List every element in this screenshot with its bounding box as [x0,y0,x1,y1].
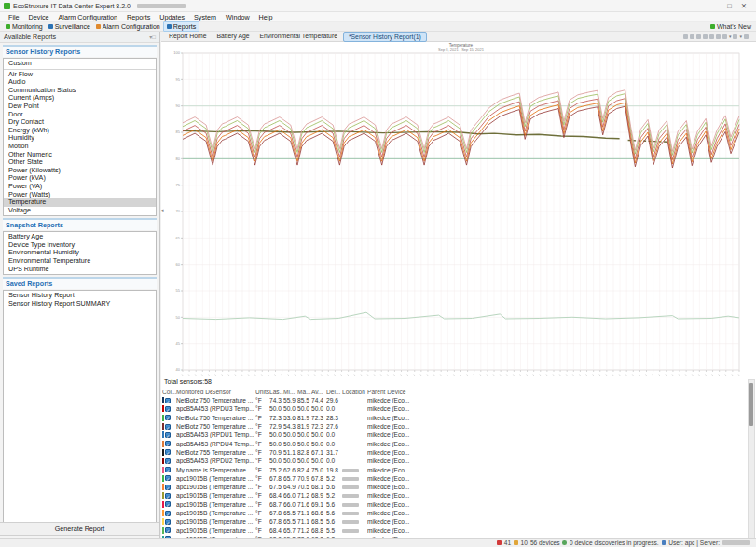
table-row[interactable]: ✓My name is Si...Temperature ...°F75.262… [162,465,740,473]
sidebar-item-dew-point[interactable]: Dew Point [4,103,156,111]
table-row[interactable]: ✓NetBotz 750 ...Temperature ...°F72.353.… [162,414,740,422]
splitter-collapse-icon[interactable]: ◂ [161,207,164,212]
column-header-col[interactable]: Col... [162,389,176,395]
generate-report-button[interactable]: Generate Report [0,522,159,536]
column-header-av[interactable]: Av... [311,389,326,395]
close-button-icon[interactable]: ✕ [741,3,747,9]
sidebar-item-humidity[interactable]: Humidity [4,134,156,143]
print-icon[interactable] [744,34,749,39]
row-checkbox[interactable]: ✓ [165,475,171,481]
row-checkbox[interactable]: ✓ [165,398,171,403]
save-icon[interactable] [733,34,737,39]
sidebar-item-ups-runtime[interactable]: UPS Runtime [4,266,156,274]
sidebar-item-communication-status[interactable]: Communication Status [4,87,156,95]
menu-file[interactable]: File [4,13,24,21]
table-row[interactable]: ✓NetBotz 755 ...Temperature ...°F70.951.… [162,448,740,457]
table-row[interactable]: ✓apcB5A453 (1...RPDU4 Temp...°F50.050.05… [162,439,740,447]
column-header-ma[interactable]: Ma... [297,389,311,395]
pan-icon[interactable] [709,34,714,39]
zoom-in-icon[interactable] [696,34,701,39]
tab-battery-age[interactable]: Battery Age [212,32,254,41]
sidebar-item-environmental-humidity[interactable]: Environmental Humidity [4,249,156,257]
row-checkbox[interactable]: ✓ [165,415,171,420]
perspective-surveillance[interactable]: Surveillance [46,22,93,31]
row-checkbox[interactable]: ✓ [165,501,171,507]
row-checkbox[interactable]: ✓ [165,519,171,525]
zoom-out-icon[interactable] [703,34,708,39]
graph-icon[interactable] [690,34,694,39]
sidebar-item-device-type-inventory[interactable]: Device Type Inventory [4,241,156,250]
row-checkbox[interactable]: ✓ [165,424,171,430]
menu-device[interactable]: Device [24,13,54,21]
sidebar-item-battery-age[interactable]: Battery Age [4,233,156,241]
sidebar-item-other-state[interactable]: Other State [4,158,156,167]
column-header-del[interactable]: Del... [326,389,342,395]
row-checkbox[interactable]: ✓ [165,493,171,499]
table-row[interactable]: ✓apc19015B (1...Temperature ...°F68.466.… [162,491,740,499]
sidebar-item-environmental-temperature[interactable]: Environmental Temperature [4,257,156,266]
menu-reports[interactable]: Reports [122,13,155,21]
menu-alarm-configuration[interactable]: Alarm Configuration [54,13,123,21]
row-checkbox[interactable]: ✓ [165,467,171,472]
sidebar-item-power-kilowatts[interactable]: Power (Kilowatts) [4,167,156,175]
summary-icon[interactable] [683,34,688,39]
table-row[interactable]: ✓apc19015B (1...Temperature ...°F68.766.… [162,500,740,509]
table-row[interactable]: ✓apc19015B (1...Temperature ...°F67.865.… [162,517,740,526]
maximize-button-icon[interactable]: □ [727,3,732,9]
table-row[interactable]: ✓apc19015B (1...Temperature ...°F67.865.… [162,474,740,483]
row-checkbox[interactable]: ✓ [165,527,171,533]
table-row[interactable]: ✓NetBotz 750 ...Temperature ...°F72.954.… [162,422,740,431]
sidebar-item-current-amps[interactable]: Current (Amps) [4,94,156,103]
warning-alarms-count[interactable]: 10 [521,540,528,546]
sidebar-item-power-va[interactable]: Power (VA) [4,183,156,191]
tab-sensor-history-report-1[interactable]: *Sensor History Report(1) [343,32,427,42]
whats-new-link[interactable]: What's New [710,23,756,30]
critical-alarms-count[interactable]: 41 [504,540,511,546]
menu-updates[interactable]: Updates [155,13,189,21]
menu-help[interactable]: Help [254,13,278,21]
sidebar-item-door[interactable]: Door [4,111,156,119]
table-row[interactable]: ✓apcB5A453 (1...RPDU3 Temp...°F50.050.05… [162,404,740,413]
row-checkbox[interactable]: ✓ [165,511,171,516]
column-header-mi[interactable]: Mi... [283,389,297,395]
minimize-button-icon[interactable]: – [714,3,718,9]
column-header-monitored-de[interactable]: Monitored De... [176,389,212,395]
sidebar-item-motion[interactable]: Motion [4,143,156,151]
row-checkbox[interactable]: ✓ [165,449,171,455]
column-header-sensor[interactable]: Sensor [212,389,255,395]
sidebar-item-dry-contact[interactable]: Dry Contact [4,118,156,127]
table-row[interactable]: ✓apcB5A453 (1...RPDU2 Temp...°F50.050.05… [162,457,740,465]
row-checkbox[interactable]: ✓ [165,432,171,438]
column-header-units[interactable]: Units [255,389,269,395]
tab-environmental-temperature[interactable]: Environmental Temperature [255,32,342,41]
sidebar-item-custom[interactable]: Custom [4,60,156,68]
panel-menu-icon[interactable]: ▾□ [149,34,156,40]
dropdown-caret-icon[interactable]: ▾ [729,34,732,39]
row-checkbox[interactable]: ✓ [165,406,171,412]
sidebar-item-other-numeric[interactable]: Other Numeric [4,151,156,159]
column-header-las[interactable]: Las... [269,389,283,395]
row-checkbox[interactable]: ✓ [165,485,171,490]
column-header-parent-device[interactable]: Parent Device [367,389,423,395]
sidebar-item-power-kva[interactable]: Power (kVA) [4,174,156,183]
table-row[interactable]: ✓apcB5A453 (1...RPDU1 Temp...°F50.050.05… [162,431,740,439]
sidebar-item-sensor-history-report[interactable]: Sensor History Report [4,292,156,300]
row-checkbox[interactable]: ✓ [165,458,171,464]
column-header-location[interactable]: Location [342,389,367,395]
table-row[interactable]: ✓apc19015B (1...Temperature ...°F68.465.… [162,526,740,534]
sidebar-item-audio[interactable]: Audio [4,78,156,87]
sidebar-item-voltage[interactable]: Voltage [4,207,156,215]
dropdown-caret-icon[interactable]: ▾ [739,34,742,39]
table-row[interactable]: ✓apc19015B (1...Temperature ...°F67.865.… [162,509,740,517]
table-scrollbar-thumb[interactable] [749,383,753,426]
menu-window[interactable]: Window [221,13,254,21]
sidebar-item-temperature[interactable]: Temperature [4,198,156,207]
table-row[interactable]: ✓NetBotz 750 ...Temperature ...°F74.355.… [162,396,740,404]
sidebar-item-air-flow[interactable]: Air Flow [4,71,156,79]
table-row[interactable]: ✓apc19015B (1...Temperature ...°F67.564.… [162,483,740,491]
row-checkbox[interactable]: ✓ [165,441,171,446]
tab-report-home[interactable]: Report Home [164,32,211,41]
perspective-reports[interactable]: Reports [163,21,200,32]
menu-system[interactable]: System [189,13,221,21]
perspective-alarm-configuration[interactable]: Alarm Configuration [93,22,163,31]
